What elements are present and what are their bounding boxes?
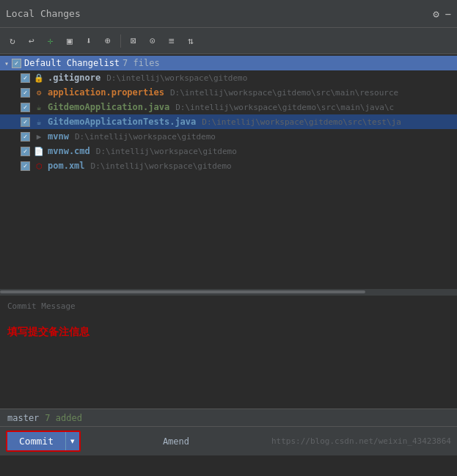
file-name-appprops: application.properties <box>48 87 164 98</box>
file-name-gitdemomain: GitdemoApplication.java <box>48 102 169 112</box>
sort-button[interactable]: ⇅ <box>183 33 199 49</box>
mvnwcmd-icon: 📄 <box>33 145 45 157</box>
file-name-mvnwcmd: mvnw.cmd <box>48 146 90 156</box>
settings-icon[interactable]: ⚙ <box>433 8 439 20</box>
file-checkbox-gitdemomain[interactable]: ✓ <box>21 103 30 112</box>
file-path-gitdemomain: D:\intellij\workspace\gitdemo\src\main\j… <box>175 103 394 112</box>
commit-button[interactable]: Commit <box>7 432 65 450</box>
file-name-gitignore: .gitignore <box>48 73 100 83</box>
horizontal-scrollbar[interactable] <box>0 289 457 295</box>
changelist-header[interactable]: ▾ ✓ Default Changelist 7 files <box>0 56 457 70</box>
file-item-gitignore[interactable]: ✓ 🔒 .gitignore D:\intellij\workspace\git… <box>0 70 457 85</box>
file-item-appprops[interactable]: ✓ ⚙ application.properties D:\intellij\w… <box>0 85 457 100</box>
rollback-icon: ⊕ <box>105 35 111 46</box>
diff-icon: ▣ <box>67 35 73 46</box>
file-path-gitignore: D:\intellij\workspace\gitdemo <box>106 73 247 83</box>
file-name-gitdemotest: GitdemoApplicationTests.java <box>48 117 196 127</box>
rollback-button[interactable]: ⊕ <box>100 33 116 49</box>
file-checkbox-pomxml[interactable]: ✓ <box>21 161 30 171</box>
file-item-mvnw[interactable]: ✓ ▶ mvnw D:\intellij\workspace\gitdemo <box>0 129 457 144</box>
scrollbar-thumb[interactable] <box>0 290 365 293</box>
file-checkbox-mvnw[interactable]: ✓ <box>21 132 30 142</box>
commit-message-area: Commit Message 填写提交备注信息 <box>0 295 457 409</box>
refresh-icon: ↻ <box>10 35 15 46</box>
file-path-appprops: D:\intellij\workspace\gitdemo\src\main\r… <box>170 88 398 98</box>
undo-icon: ↩ <box>29 35 34 46</box>
file-name-mvnw: mvnw <box>48 131 69 142</box>
commit-message-label: Commit Message <box>7 301 450 311</box>
update-icon: ⬇ <box>86 35 92 46</box>
changelist-checkbox[interactable]: ✓ <box>12 59 21 68</box>
file-path-pomxml: D:\intellij\workspace\gitdemo <box>91 161 232 171</box>
branch-label: master <box>7 413 39 423</box>
update-button[interactable]: ⬇ <box>81 33 97 49</box>
changelist-label: Default Changelist <box>24 58 120 68</box>
gitdemomain-icon: ☕ <box>33 101 45 113</box>
file-item-gitdemomain[interactable]: ✓ ☕ GitdemoApplication.java D:\intellij\… <box>0 100 457 114</box>
commit-placeholder-text[interactable]: 填写提交备注信息 <box>7 326 450 339</box>
gitignore-icon: 🔒 <box>33 72 45 84</box>
appprops-icon: ⚙ <box>33 87 45 98</box>
group-icon: ≡ <box>169 35 175 46</box>
file-item-pomxml[interactable]: ✓ ⬡ pom.xml D:\intellij\workspace\gitdem… <box>0 158 457 173</box>
mvnw-icon: ▶ <box>33 131 45 142</box>
file-checkbox-gitignore[interactable]: ✓ <box>21 73 30 83</box>
expand-arrow: ▾ <box>4 59 9 67</box>
amend-label: Amend <box>163 436 189 447</box>
file-path-gitdemotest: D:\intellij\workspace\gitdemo\src\test\j… <box>202 117 401 127</box>
file-tree: ▾ ✓ Default Changelist 7 files ✓ 🔒 .giti… <box>0 54 457 289</box>
toolbar-separator-1 <box>120 34 121 48</box>
watermark-text: https://blog.csdn.net/weixin_43423864 <box>271 436 451 446</box>
vcs-icon: ⊠ <box>131 35 136 46</box>
search-button[interactable]: ⊙ <box>145 33 161 49</box>
search-icon: ⊙ <box>150 35 156 46</box>
refresh-button[interactable]: ↻ <box>4 33 21 49</box>
minimize-icon[interactable]: − <box>445 8 451 20</box>
file-checkbox-gitdemotest[interactable]: ✓ <box>21 117 30 127</box>
title-bar: Local Changes ⚙ − <box>0 0 457 28</box>
pomxml-icon: ⬡ <box>33 160 45 172</box>
title-icons: ⚙ − <box>433 8 451 20</box>
file-item-gitdemotest[interactable]: ✓ ☕ GitdemoApplicationTests.java D:\inte… <box>0 114 457 129</box>
window-title: Local Changes <box>6 8 81 19</box>
file-path-mvnw: D:\intellij\workspace\gitdemo <box>75 132 216 142</box>
group-button[interactable]: ≡ <box>164 33 180 49</box>
status-bar: master 7 added <box>0 409 457 426</box>
added-count: 7 added <box>45 413 82 423</box>
file-item-mvnwcmd[interactable]: ✓ 📄 mvnw.cmd D:\intellij\workspace\gitde… <box>0 144 457 158</box>
file-path-mvnwcmd: D:\intellij\workspace\gitdemo <box>96 147 237 156</box>
file-checkbox-mvnwcmd[interactable]: ✓ <box>21 147 30 156</box>
toolbar: ↻ ↩ ✛ ▣ ⬇ ⊕ ⊠ ⊙ ≡ ⇅ <box>0 28 457 54</box>
commit-dropdown-button[interactable]: ▾ <box>65 432 79 450</box>
diff-button[interactable]: ▣ <box>62 33 78 49</box>
commit-row: Commit ▾ Amend https://blog.csdn.net/wei… <box>0 426 457 455</box>
move-icon: ✛ <box>48 35 54 46</box>
file-name-pomxml: pom.xml <box>48 161 85 171</box>
commit-button-group: Commit ▾ <box>6 431 81 452</box>
undo-button[interactable]: ↩ <box>23 33 40 49</box>
gitdemotest-icon: ☕ <box>33 116 45 128</box>
move-button[interactable]: ✛ <box>43 33 59 49</box>
sort-icon: ⇅ <box>188 35 194 46</box>
changelist-file-count: 7 files <box>123 58 160 68</box>
file-checkbox-appprops[interactable]: ✓ <box>21 88 30 98</box>
vcs-button[interactable]: ⊠ <box>125 33 142 49</box>
